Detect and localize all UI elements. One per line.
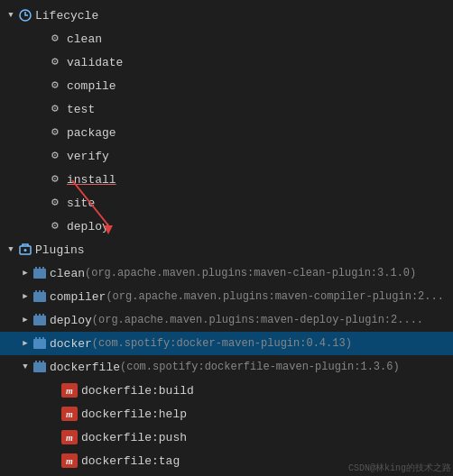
maven-icon-2: m [61, 407, 78, 421]
goal-dockerfile-help-label: dockerfile:help [81, 407, 187, 421]
plugin-clean-detail: (org.apache.maven.plugins:maven-clean-pl… [85, 267, 416, 279]
goal-dockerfile-tag-label: dockerfile:tag [81, 454, 180, 468]
maven-icon: m [61, 383, 78, 398]
gear-icon [47, 148, 63, 164]
gear-icon [47, 78, 63, 94]
plugin-dockerfile-icon [32, 360, 47, 374]
watermark: CSDN@林king的技术之路 [348, 462, 451, 474]
plugin-dockerfile[interactable]: dockerfile (com.spotify:dockerfile-maven… [0, 355, 453, 379]
plugin-docker-arrow [18, 336, 32, 351]
lifecycle-site-label: site [67, 197, 95, 210]
plugins-icon [18, 243, 32, 257]
lifecycle-item-validate[interactable]: validate [0, 50, 453, 74]
lifecycle-header[interactable]: Lifecycle [0, 4, 453, 27]
lifecycle-validate-label: validate [67, 56, 123, 69]
svg-rect-5 [33, 269, 46, 279]
lifecycle-verify-label: verify [67, 150, 109, 163]
gear-icon [47, 54, 63, 70]
lifecycle-item-verify[interactable]: verify [0, 144, 453, 168]
plugin-docker-icon [32, 336, 47, 351]
gear-icon [47, 31, 63, 47]
plugin-docker-detail: (com.spotify:docker-maven-plugin:0.4.13) [92, 337, 352, 350]
svg-point-4 [24, 249, 27, 252]
plugin-clean-icon [32, 266, 47, 280]
lifecycle-item-install[interactable]: install [0, 168, 453, 191]
lifecycle-item-test[interactable]: test [0, 97, 453, 121]
gear-icon [47, 124, 63, 141]
lifecycle-item-package[interactable]: package [0, 121, 453, 144]
maven-icon-4: m [61, 453, 78, 468]
goal-dockerfile-build[interactable]: m dockerfile:build [0, 379, 453, 402]
plugin-docker[interactable]: docker (com.spotify:docker-maven-plugin:… [0, 332, 453, 355]
plugin-compiler-label: compiler [50, 290, 106, 304]
lifecycle-compile-label: compile [67, 79, 116, 93]
gear-icon [47, 195, 63, 211]
lifecycle-test-label: test [67, 103, 95, 116]
plugin-compiler[interactable]: compiler (org.apache.maven.plugins:maven… [0, 285, 453, 308]
gear-icon [47, 101, 63, 117]
svg-rect-7 [33, 316, 46, 325]
gear-icon [47, 171, 63, 188]
plugin-clean[interactable]: clean (org.apache.maven.plugins:maven-cl… [0, 261, 453, 285]
plugin-clean-arrow [18, 266, 32, 280]
maven-icon-3: m [61, 430, 78, 444]
plugin-compiler-arrow [18, 289, 32, 304]
gear-icon [47, 218, 63, 234]
svg-rect-8 [33, 339, 46, 349]
plugin-deploy-arrow [18, 313, 32, 327]
plugin-dockerfile-arrow [18, 360, 32, 374]
lifecycle-label: Lifecycle [35, 9, 98, 23]
plugin-docker-label: docker [50, 337, 92, 351]
svg-rect-6 [33, 292, 46, 302]
plugin-compiler-detail: (org.apache.maven.plugins:maven-compiler… [106, 290, 443, 303]
svg-rect-9 [33, 362, 46, 372]
plugin-compiler-icon [32, 289, 47, 304]
plugin-dockerfile-detail: (com.spotify:dockerfile-maven-plugin:1.3… [120, 361, 400, 373]
lifecycle-install-label: install [67, 173, 116, 187]
lifecycle-deploy-label: deploy [67, 220, 109, 233]
goal-dockerfile-help[interactable]: m dockerfile:help [0, 402, 453, 426]
lifecycle-item-clean[interactable]: clean [0, 27, 453, 50]
plugin-deploy[interactable]: deploy (org.apache.maven.plugins:maven-d… [0, 308, 453, 332]
lifecycle-clean-label: clean [67, 32, 102, 46]
lifecycle-arrow [4, 8, 18, 23]
plugin-deploy-label: deploy [50, 314, 92, 327]
goal-dockerfile-push-label: dockerfile:push [81, 431, 187, 444]
lifecycle-item-site[interactable]: site [0, 191, 453, 215]
plugins-arrow [4, 243, 18, 257]
plugin-deploy-detail: (org.apache.maven.plugins:maven-deploy-p… [92, 314, 423, 326]
goal-dockerfile-build-label: dockerfile:build [81, 384, 194, 398]
plugin-dockerfile-label: dockerfile [50, 361, 120, 374]
lifecycle-item-compile[interactable]: compile [0, 74, 453, 97]
plugins-label: Plugins [35, 243, 85, 257]
plugin-deploy-icon [32, 313, 47, 327]
lifecycle-item-deploy[interactable]: deploy [0, 215, 453, 238]
lifecycle-icon [18, 8, 32, 23]
maven-tree: Lifecycle clean validate compile test pa… [0, 0, 453, 476]
plugins-header[interactable]: Plugins [0, 238, 453, 261]
goal-dockerfile-push[interactable]: m dockerfile:push [0, 426, 453, 449]
lifecycle-package-label: package [67, 126, 116, 140]
plugin-clean-label: clean [50, 267, 85, 280]
